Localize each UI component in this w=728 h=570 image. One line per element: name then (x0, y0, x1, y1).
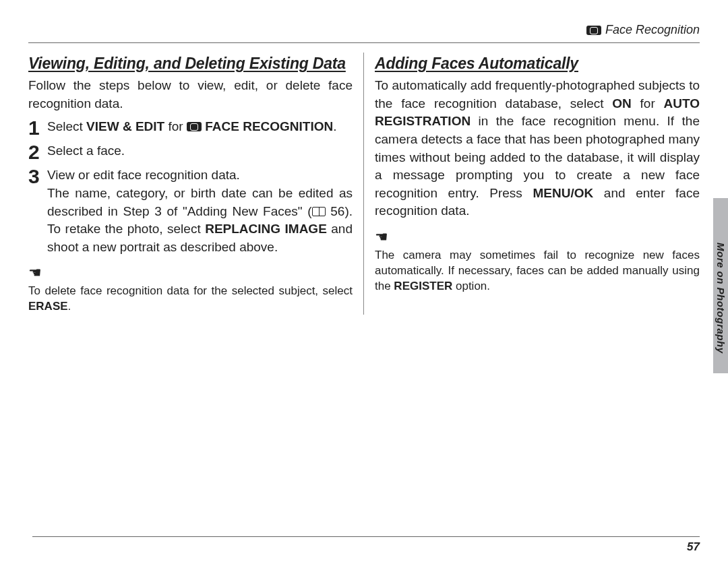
columns: Viewing, Editing, and Deleting Existing … (28, 53, 700, 315)
step-number: 2 (28, 142, 40, 162)
face-recognition-icon (187, 122, 202, 131)
step-number: 3 (28, 166, 40, 187)
text: The name, category, or birth date can be… (47, 186, 353, 218)
step-body: Select a face. (47, 142, 353, 160)
text: for (164, 119, 187, 133)
text: . (333, 119, 336, 133)
right-body: To automatically add frequently-photogra… (375, 77, 700, 220)
page: Face Recognition Viewing, Editing, and D… (0, 0, 728, 570)
step-body: View or edit face recognition data. The … (47, 166, 353, 256)
text-bold: REGISTER (394, 280, 452, 292)
step-body: Select VIEW & EDIT for FACE RECOGNITION. (47, 118, 353, 136)
left-title: Viewing, Editing, and Deleting Existing … (28, 53, 353, 74)
right-column: Adding Faces Automatically To automatica… (364, 53, 700, 315)
step-3: 3 View or edit face recognition data. Th… (28, 166, 353, 256)
step-number: 1 (28, 118, 40, 138)
left-note: To delete face recognition data for the … (28, 284, 353, 315)
text: Select (47, 119, 86, 133)
text: for (632, 96, 664, 110)
step-1: 1 Select VIEW & EDIT for FACE RECOGNITIO… (28, 118, 353, 138)
face-recognition-icon (586, 26, 601, 35)
step-heading: View or edit face recognition data. (47, 168, 240, 182)
page-reference-icon (312, 207, 326, 216)
text-bold: VIEW & EDIT (86, 119, 164, 133)
text-bold: ON (612, 96, 632, 110)
page-number: 57 (687, 540, 700, 554)
text-bold: FACE RECOGNITION (202, 119, 333, 133)
text: To delete face recognition data for the … (28, 284, 353, 297)
text-bold: ERASE (28, 300, 68, 313)
side-label: More on Photography (715, 243, 727, 354)
text-bold: REPLACING IMAGE (205, 222, 327, 236)
text: . (68, 300, 71, 313)
right-title: Adding Faces Automatically (375, 53, 700, 74)
running-header: Face Recognition (28, 23, 700, 43)
note-pointer-icon: ☚ (28, 263, 353, 284)
text: option. (452, 280, 490, 292)
note-pointer-icon: ☚ (375, 227, 700, 248)
left-intro: Follow the steps below to view, edit, or… (28, 77, 353, 113)
left-column: Viewing, Editing, and Deleting Existing … (28, 53, 364, 315)
menu-ok-label: MENU/OK (533, 186, 593, 200)
right-note: The camera may sometimes fail to recogni… (375, 248, 700, 294)
header-section: Face Recognition (605, 23, 700, 37)
step-2: 2 Select a face. (28, 142, 353, 162)
